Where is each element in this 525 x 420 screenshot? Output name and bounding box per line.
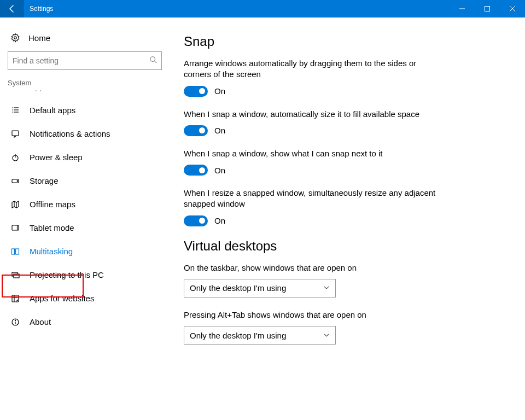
snap-setting-fill: When I snap a window, automatically size… <box>184 109 509 136</box>
snap-setting-resize: When I resize a snapped window, simultan… <box>184 188 509 226</box>
toggle-state-label: On <box>214 166 225 175</box>
svg-point-23 <box>17 180 18 182</box>
sidebar-item-power-sleep[interactable]: Power & sleep <box>5 145 164 169</box>
vd-taskbar-setting: On the taskbar, show windows that are op… <box>184 262 509 298</box>
svg-rect-32 <box>12 295 19 302</box>
search-input[interactable] <box>13 56 138 65</box>
sidebar-item-storage[interactable]: Storage <box>5 169 164 192</box>
sidebar-item-label: Power & sleep <box>22 153 83 162</box>
minimize-button[interactable] <box>450 0 475 18</box>
toggle-snap-fill[interactable] <box>184 125 208 136</box>
dropdown-value: Only the desktop I'm using <box>190 283 286 293</box>
sidebar-home[interactable]: Home <box>5 27 164 50</box>
power-icon <box>9 153 22 162</box>
sidebar-item-default-apps[interactable]: Default apps <box>5 98 164 122</box>
sidebar-item-notifications[interactable]: Notifications & actions <box>5 122 164 145</box>
sidebar-item-label: Projecting to this PC <box>22 270 104 279</box>
sidebar-item-offline-maps[interactable]: Offline maps <box>5 192 164 216</box>
snap-setting-assist: When I snap a window, show what I can sn… <box>184 148 509 176</box>
titlebar: Settings <box>0 0 525 18</box>
svg-line-6 <box>155 61 157 63</box>
svg-rect-28 <box>12 249 15 254</box>
search-icon <box>149 56 157 66</box>
sidebar-item-label: Multitasking <box>22 247 73 256</box>
sidebar-item-multitasking[interactable]: Multitasking <box>5 240 164 263</box>
sidebar-item-tablet-mode[interactable]: Tablet mode <box>5 216 164 240</box>
search-box[interactable] <box>8 51 162 70</box>
svg-rect-29 <box>16 249 19 254</box>
sidebar-item-label: Tablet mode <box>22 223 74 232</box>
tablet-icon <box>9 224 22 232</box>
multitasking-icon <box>9 247 22 256</box>
sidebar-item-label: Storage <box>22 176 59 185</box>
svg-rect-26 <box>12 225 19 230</box>
toggle-snap-assist[interactable] <box>184 165 208 176</box>
sidebar-nav[interactable]: Apps & features Default apps Notificatio… <box>5 90 164 415</box>
apps-icon <box>9 90 22 91</box>
sidebar-item-label: Apps for websites <box>22 294 94 303</box>
svg-point-35 <box>15 320 15 320</box>
window-title: Settings <box>24 5 450 13</box>
dropdown-value: Only the desktop I'm using <box>190 331 286 340</box>
toggle-state-label: On <box>214 126 225 135</box>
sidebar-item-label: Apps & features <box>22 90 88 91</box>
snap-setting-arrange: Arrange windows automatically by draggin… <box>184 58 509 97</box>
toggle-snap-resize[interactable] <box>184 215 208 226</box>
sidebar-group-label: System <box>5 75 164 90</box>
close-button[interactable] <box>500 0 525 18</box>
setting-desc: When I snap a window, automatically size… <box>184 109 441 120</box>
content-pane: Snap Arrange windows automatically by dr… <box>170 18 525 420</box>
maximize-button[interactable] <box>475 0 500 18</box>
window-body: Home System Apps & features <box>0 18 525 420</box>
map-icon <box>9 200 22 209</box>
toggle-state-label: On <box>214 216 225 225</box>
svg-rect-1 <box>485 7 490 11</box>
chevron-down-icon <box>323 331 330 340</box>
sidebar-home-label: Home <box>22 33 50 43</box>
notifications-icon <box>9 130 22 138</box>
svg-point-4 <box>14 37 17 39</box>
setting-desc: On the taskbar, show windows that are op… <box>184 262 441 273</box>
svg-rect-31 <box>14 274 19 278</box>
projecting-icon <box>9 271 22 279</box>
sidebar-item-apps-websites[interactable]: Apps for websites <box>5 287 164 310</box>
vd-alttab-dropdown[interactable]: Only the desktop I'm using <box>184 326 336 345</box>
snap-heading: Snap <box>184 34 509 49</box>
default-apps-icon <box>9 106 22 115</box>
toggle-state-label: On <box>214 86 225 96</box>
settings-window: Settings Home <box>0 0 525 420</box>
svg-point-5 <box>150 57 155 62</box>
sidebar-item-label: Default apps <box>22 106 75 115</box>
back-button[interactable] <box>0 0 24 18</box>
vd-alttab-setting: Pressing Alt+Tab shows windows that are … <box>184 310 509 345</box>
setting-desc: Arrange windows automatically by draggin… <box>184 58 441 80</box>
storage-icon <box>9 177 22 185</box>
info-icon <box>9 318 22 326</box>
sidebar-item-label: Offline maps <box>22 200 75 209</box>
apps-websites-icon <box>9 294 22 303</box>
svg-rect-19 <box>12 131 19 136</box>
virtual-desktops-heading: Virtual desktops <box>184 238 509 254</box>
setting-desc: When I resize a snapped window, simultan… <box>184 188 441 210</box>
gear-icon <box>9 33 22 43</box>
sidebar: Home System Apps & features <box>0 18 170 420</box>
chevron-down-icon <box>323 283 330 293</box>
sidebar-item-about[interactable]: About <box>5 310 164 334</box>
toggle-snap-arrange[interactable] <box>184 86 208 97</box>
sidebar-item-label: Notifications & actions <box>22 129 110 138</box>
window-controls <box>450 0 525 18</box>
sidebar-item-projecting[interactable]: Projecting to this PC <box>5 263 164 287</box>
sidebar-item-apps-features[interactable]: Apps & features <box>5 90 164 98</box>
setting-desc: When I snap a window, show what I can sn… <box>184 148 441 159</box>
vd-taskbar-dropdown[interactable]: Only the desktop I'm using <box>184 279 336 298</box>
setting-desc: Pressing Alt+Tab shows windows that are … <box>184 310 441 320</box>
sidebar-item-label: About <box>22 317 51 326</box>
